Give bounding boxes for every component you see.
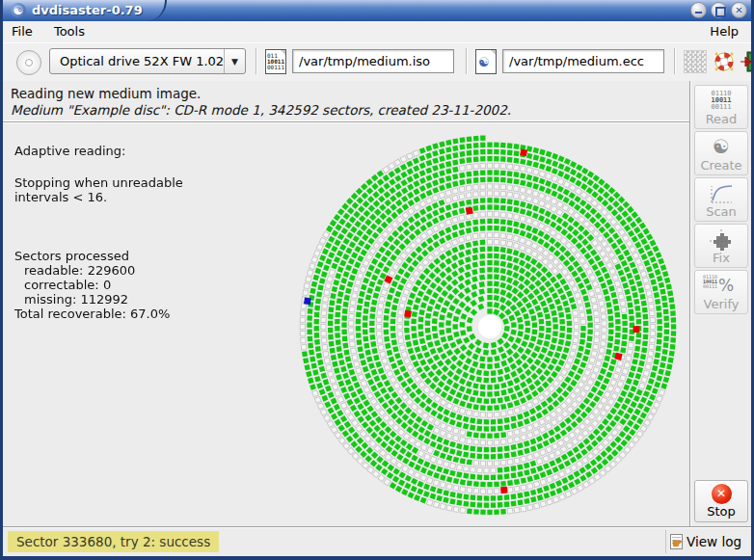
close-icon: ✕: [732, 4, 746, 17]
toolbar: Optical drive 52X FW 1.02 ▼ 011100110011…: [3, 42, 751, 82]
fix-icon: [695, 227, 747, 253]
reading-stats: Adaptive reading: Stopping when unreadab…: [14, 144, 183, 321]
total-recoverable: Total recoverable: 67.0%: [14, 307, 183, 321]
statusbar: Sector 333680, try 2: success ☛ View log: [3, 526, 751, 557]
scan-button[interactable]: Scan: [694, 177, 748, 222]
read-button[interactable]: 011101001100111 Read: [694, 85, 748, 129]
view-log-button[interactable]: ☛ View log: [665, 530, 745, 553]
preferences-icon: [684, 50, 707, 73]
menu-help[interactable]: Help: [701, 21, 747, 41]
view-log-label: View log: [687, 534, 741, 549]
fix-button[interactable]: Fix: [694, 224, 748, 268]
ecc-file-icon: ☯: [475, 49, 497, 74]
drive-select-value: Optical drive 52X FW 1.02: [50, 54, 224, 68]
status-message: Sector 333680, try 2: success: [8, 531, 219, 552]
action-message: Reading new medium image.: [11, 86, 201, 101]
iso-path-input[interactable]: [292, 49, 454, 73]
toolbar-separator: [256, 48, 257, 74]
verify-button[interactable]: 011101001100111 % Verify: [694, 270, 748, 314]
menu-file[interactable]: File: [3, 21, 41, 41]
stop-icon: ✕: [712, 484, 732, 504]
menu-tools[interactable]: Tools: [45, 21, 94, 41]
titlebar: ☯ dvdisaster-0.79 ✕: [3, 0, 751, 21]
toolbar-separator: [466, 48, 468, 74]
menubar: File Tools Help: [3, 21, 751, 43]
iso-file-icon: 0111001100111: [265, 49, 286, 74]
create-button[interactable]: ☯ Create: [694, 131, 748, 175]
scan-icon: [695, 181, 747, 206]
action-sidebar: 011101001100111 Read ☯ Create Scan: [689, 81, 751, 526]
message-panel: Reading new medium image. Medium "Exampl…: [3, 81, 689, 122]
drive-medium-icon: [16, 50, 41, 75]
chevron-down-icon: ▼: [224, 49, 245, 73]
read-icon: 011101001100111: [695, 89, 747, 114]
minimize-icon: [695, 12, 702, 13]
help-lifebuoy-icon[interactable]: [713, 50, 736, 73]
minimize-button[interactable]: [690, 2, 707, 18]
main-area: Adaptive reading: Stopping when unreadab…: [3, 122, 689, 526]
app-icon: ☯: [11, 3, 26, 18]
stop-button[interactable]: ✕ Stop: [694, 480, 748, 522]
ecc-path-input[interactable]: [502, 49, 664, 73]
readable-count: readable: 229600: [14, 263, 183, 278]
toolbar-separator: [674, 48, 676, 74]
quit-icon[interactable]: [740, 50, 754, 73]
window-title: dvdisaster-0.79: [32, 3, 143, 17]
maximize-button[interactable]: [711, 2, 727, 18]
log-icon: ☛: [670, 534, 684, 549]
close-button[interactable]: ✕: [731, 2, 747, 18]
medium-info: Medium "Example disc": CD-R mode 1, 3425…: [11, 102, 511, 118]
stop-condition-line1: Stopping when unreadable: [14, 175, 183, 190]
sectors-processed-title: Sectors processed: [14, 249, 183, 263]
create-icon: ☯: [695, 135, 747, 160]
reading-mode-label: Adaptive reading:: [14, 144, 183, 158]
maximize-icon: [715, 7, 726, 17]
verify-icon: 011101001100111 %: [695, 274, 747, 299]
drive-select[interactable]: Optical drive 52X FW 1.02 ▼: [49, 48, 246, 74]
app-window: ☯ dvdisaster-0.79 ✕ File Tools Help Opti…: [0, 0, 754, 560]
missing-count: missing: 112992: [14, 292, 183, 307]
correctable-count: correctable: 0: [14, 278, 183, 292]
stop-condition-line2: intervals < 16.: [14, 190, 183, 204]
